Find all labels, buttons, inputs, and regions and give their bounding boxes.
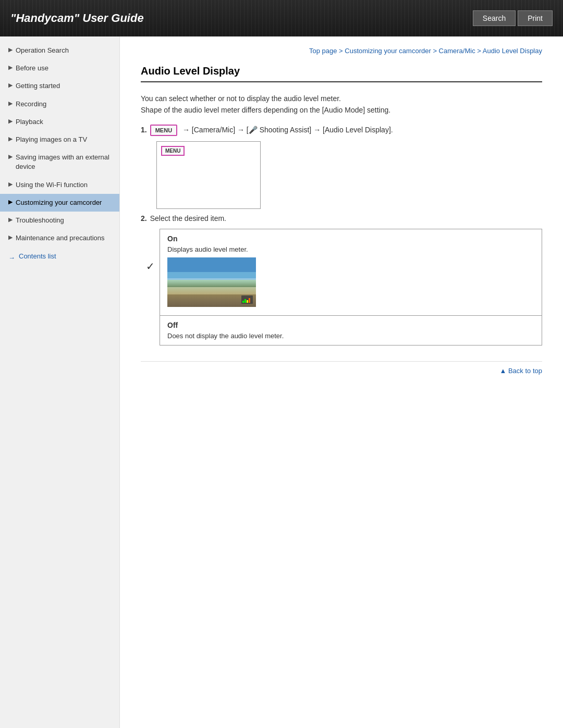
header: "Handycam" User Guide Search Print [0,0,563,36]
sidebar-item-wifi[interactable]: ▶ Using the Wi-Fi function [0,176,119,194]
sidebar-item-saving-images[interactable]: ▶ Saving images with an external device [0,149,119,176]
intro-line1: You can select whether or not to display… [141,94,341,103]
sidebar-item-maintenance[interactable]: ▶ Maintenance and precautions [0,229,119,247]
arrow-icon: ▶ [8,118,13,125]
options-container: ✓ On Displays audio level meter. [141,229,542,346]
sidebar-item-label: Before use [16,64,48,73]
arrow-icon: ▶ [8,181,13,188]
option-off-label: Off [167,321,534,329]
beach-image-container [167,257,534,307]
breadcrumb-sep1: > [339,47,345,55]
screen-mockup: MENU [156,141,261,209]
contents-list-link[interactable]: Contents list [0,247,119,265]
sidebar-item-label: Playing images on a TV [16,135,87,144]
sidebar-item-operation-search[interactable]: ▶ Operation Search [0,42,119,59]
sidebar-item-label: Playback [16,117,43,127]
arrow-right-icon [8,254,17,259]
menu-button-img: MENU [150,125,177,136]
step1-num: 1. [141,126,147,134]
sidebar-item-label: Maintenance and precautions [16,233,105,243]
options-list: On Displays audio level meter. [160,229,542,346]
arrow-icon: ▶ [8,135,13,142]
sidebar-item-troubleshooting[interactable]: ▶ Troubleshooting [0,212,119,229]
step2-num: 2. [141,214,147,223]
bar1 [242,301,244,303]
step2: 2. Select the desired item. [141,214,542,223]
menu-button-mockup: MENU [161,146,185,156]
sidebar-item-label: Troubleshooting [16,216,64,225]
site-title: "Handycam" User Guide [10,11,144,25]
page-title: Audio Level Display [141,65,542,82]
breadcrumb-current: Audio Level Display [483,47,542,55]
option-on-label: On [167,235,534,243]
arrow-icon: ▶ [8,234,13,241]
back-to-top-link[interactable]: ▲ Back to top [141,361,542,375]
arrow-icon: ▶ [8,82,13,89]
sidebar-item-getting-started[interactable]: ▶ Getting started [0,77,119,95]
arrow-icon: ▶ [8,46,13,53]
breadcrumb: Top page > Customizing your camcorder > … [141,47,542,55]
arrow-icon: ▶ [8,64,13,71]
step1-instruction: → [Camera/Mic] → [🎤 Shooting Assist] → [… [180,126,393,134]
step1: 1. MENU → [Camera/Mic] → [🎤 Shooting Ass… [141,125,542,136]
option-on-desc: Displays audio level meter. [167,245,248,253]
audio-level-icon [241,295,253,304]
option-off-desc: Does not display the audio level meter. [167,332,284,340]
back-to-top-label: ▲ Back to top [499,367,542,375]
sidebar-item-label: Recording [16,100,46,109]
sidebar: ▶ Operation Search ▶ Before use ▶ Gettin… [0,36,120,728]
content-area: Top page > Customizing your camcorder > … [120,36,563,728]
option-on: On Displays audio level meter. [160,229,542,316]
sidebar-item-label: Using the Wi-Fi function [16,180,88,190]
breadcrumb-sep2: > [433,47,438,55]
breadcrumb-camera-mic[interactable]: Camera/Mic [439,47,475,55]
sidebar-item-label: Operation Search [16,46,69,55]
sidebar-item-customizing[interactable]: ▶ Customizing your camcorder [0,194,119,212]
print-button[interactable]: Print [518,10,553,26]
sidebar-item-playing-tv[interactable]: ▶ Playing images on a TV [0,131,119,149]
intro-text: You can select whether or not to display… [141,93,542,116]
breadcrumb-top[interactable]: Top page [309,47,337,55]
contents-list-label: Contents list [19,252,56,260]
sidebar-item-label: Customizing your camcorder [16,198,102,207]
sidebar-item-label: Saving images with an external device [16,153,113,171]
main-container: ▶ Operation Search ▶ Before use ▶ Gettin… [0,36,563,728]
arrow-icon: ▶ [8,199,13,205]
search-button[interactable]: Search [473,10,516,26]
arrow-icon: ▶ [8,153,13,160]
sidebar-item-label: Getting started [16,81,60,91]
header-buttons: Search Print [473,10,553,26]
beach-image [167,257,256,307]
sidebar-item-before-use[interactable]: ▶ Before use [0,59,119,77]
bar3 [247,300,248,303]
breadcrumb-customizing[interactable]: Customizing your camcorder [345,47,431,55]
bar2 [244,299,246,303]
intro-line2: Shape of the audio level meter differs d… [141,106,390,114]
checkmark: ✓ [141,229,160,273]
step2-instruction: Select the desired item. [150,214,226,223]
arrow-icon: ▶ [8,216,13,223]
sidebar-item-recording[interactable]: ▶ Recording [0,95,119,113]
breadcrumb-sep3: > [477,47,483,55]
bar4 [249,298,250,303]
arrow-icon: ▶ [8,100,13,107]
option-off: Off Does not display the audio level met… [160,316,542,345]
sidebar-item-playback[interactable]: ▶ Playback [0,113,119,131]
